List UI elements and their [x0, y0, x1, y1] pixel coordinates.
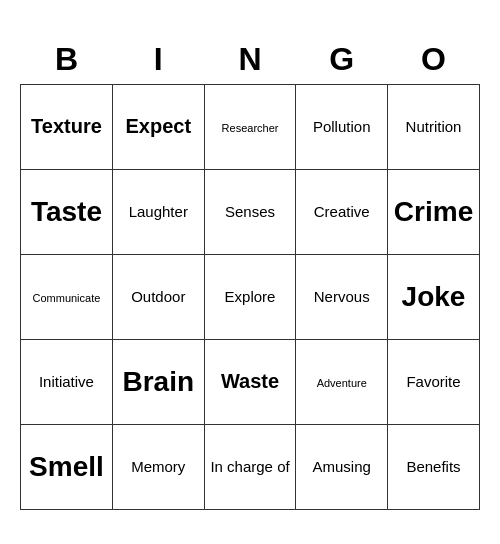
bingo-cell: Waste — [204, 339, 296, 424]
cell-text: Outdoor — [131, 288, 185, 305]
bingo-cell: Laughter — [112, 169, 204, 254]
bingo-cell: Expect — [112, 84, 204, 169]
bingo-cell: Amusing — [296, 424, 388, 509]
cell-text: Nutrition — [406, 118, 462, 135]
cell-text: Nervous — [314, 288, 370, 305]
cell-text: Crime — [394, 196, 473, 227]
bingo-header-letter: O — [388, 34, 480, 84]
cell-text: Pollution — [313, 118, 371, 135]
cell-text: Joke — [402, 281, 466, 312]
cell-text: Laughter — [129, 203, 188, 220]
cell-text: Senses — [225, 203, 275, 220]
bingo-header-letter: I — [112, 34, 204, 84]
cell-text: Communicate — [33, 292, 101, 304]
bingo-row: SmellMemoryIn charge ofAmusingBenefits — [21, 424, 480, 509]
bingo-cell: Benefits — [388, 424, 480, 509]
bingo-cell: Adventure — [296, 339, 388, 424]
bingo-header-letter: N — [204, 34, 296, 84]
bingo-card: BINGO TextureExpectResearcherPollutionNu… — [20, 34, 480, 510]
bingo-cell: Nutrition — [388, 84, 480, 169]
cell-text: Initiative — [39, 373, 94, 390]
cell-text: Taste — [31, 196, 102, 227]
bingo-row: CommunicateOutdoorExploreNervousJoke — [21, 254, 480, 339]
bingo-cell: Texture — [21, 84, 113, 169]
bingo-cell: Outdoor — [112, 254, 204, 339]
bingo-cell: Explore — [204, 254, 296, 339]
cell-text: In charge of — [210, 458, 289, 475]
bingo-cell: Initiative — [21, 339, 113, 424]
bingo-cell: In charge of — [204, 424, 296, 509]
bingo-cell: Taste — [21, 169, 113, 254]
cell-text: Texture — [31, 115, 102, 137]
cell-text: Amusing — [313, 458, 371, 475]
bingo-cell: Joke — [388, 254, 480, 339]
bingo-cell: Pollution — [296, 84, 388, 169]
bingo-header-letter: B — [21, 34, 113, 84]
bingo-cell: Smell — [21, 424, 113, 509]
bingo-row: TasteLaughterSensesCreativeCrime — [21, 169, 480, 254]
cell-text: Researcher — [222, 122, 279, 134]
cell-text: Adventure — [317, 377, 367, 389]
cell-text: Brain — [122, 366, 194, 397]
bingo-cell: Senses — [204, 169, 296, 254]
cell-text: Expect — [125, 115, 191, 137]
bingo-cell: Crime — [388, 169, 480, 254]
cell-text: Smell — [29, 451, 104, 482]
bingo-header-letter: G — [296, 34, 388, 84]
bingo-cell: Researcher — [204, 84, 296, 169]
bingo-cell: Nervous — [296, 254, 388, 339]
cell-text: Favorite — [406, 373, 460, 390]
bingo-cell: Communicate — [21, 254, 113, 339]
cell-text: Explore — [225, 288, 276, 305]
cell-text: Benefits — [406, 458, 460, 475]
cell-text: Creative — [314, 203, 370, 220]
bingo-cell: Brain — [112, 339, 204, 424]
bingo-row: TextureExpectResearcherPollutionNutritio… — [21, 84, 480, 169]
bingo-cell: Creative — [296, 169, 388, 254]
bingo-cell: Memory — [112, 424, 204, 509]
cell-text: Waste — [221, 370, 279, 392]
cell-text: Memory — [131, 458, 185, 475]
bingo-row: InitiativeBrainWasteAdventureFavorite — [21, 339, 480, 424]
bingo-cell: Favorite — [388, 339, 480, 424]
